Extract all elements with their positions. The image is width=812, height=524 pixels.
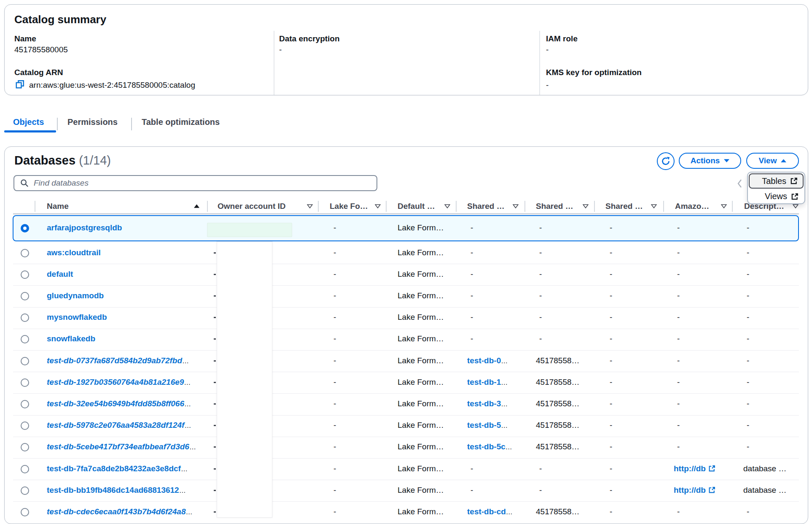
cell-dflt-value: Lake Form…	[398, 291, 444, 300]
view-menu-item-views[interactable]: Views	[749, 189, 804, 203]
row-separator	[13, 264, 799, 264]
empty-cell-dash: -	[333, 291, 336, 300]
empty-cell-dash: -	[610, 248, 612, 257]
row-radio-unselected[interactable]	[21, 378, 29, 387]
shared-database-link[interactable]: test-db-cd	[467, 507, 506, 516]
empty-cell-dash: -	[333, 356, 336, 365]
database-row: test-db-7fa7ca8de2b84232ae3e8dcf…	[47, 464, 188, 473]
data-encryption-value: -	[279, 45, 282, 54]
empty-cell-dash: -	[333, 378, 336, 387]
copy-icon[interactable]	[15, 80, 24, 89]
tab-table-optimizations[interactable]: Table optimizations	[142, 117, 220, 127]
owner-id-partially-hidden-text	[214, 382, 216, 383]
owner-id-partially-hidden-text	[214, 295, 216, 297]
database-name-link[interactable]: test-db-0737fa687d584b2d9ab72fbd	[47, 356, 182, 365]
empty-cell-dash: -	[333, 464, 336, 473]
cell-s1: test-db-0…	[467, 356, 508, 365]
database-name-link[interactable]: snowflakedb	[47, 334, 95, 343]
row-radio-unselected[interactable]	[21, 313, 29, 322]
row-radio-unselected[interactable]	[21, 357, 29, 365]
owner-id-redaction-highlight	[207, 223, 292, 237]
row-radio-unselected[interactable]	[21, 508, 29, 516]
cell-s2-value: 45178558…	[536, 421, 580, 430]
empty-cell-dash: -	[471, 464, 473, 473]
row-radio-selected[interactable]	[21, 224, 29, 232]
owner-id-partially-hidden-text	[214, 317, 216, 318]
tab-objects[interactable]: Objects	[13, 117, 44, 127]
owner-id-partially-hidden-text	[214, 252, 216, 254]
tab-divider	[131, 118, 132, 130]
cell-dflt-value: Lake Form…	[398, 270, 444, 279]
empty-cell-dash: -	[539, 291, 542, 300]
database-name-link[interactable]: test-db-5cebe417bf734eafbbeaf7d3d6	[47, 442, 189, 451]
database-name-link[interactable]: mysnowflakedb	[47, 313, 107, 321]
view-menu-item-tables[interactable]: Tables	[749, 173, 804, 189]
database-name-link[interactable]: test-db-cdec6ecaa0f143b7b4d6f24a8	[47, 507, 186, 516]
database-name-link[interactable]: test-db-5978c2e076aa4583a28df124f	[47, 421, 184, 429]
database-name-link[interactable]: test-db-32ee54b6949b4fdd85b8ff066	[47, 399, 184, 408]
database-name-link[interactable]: gluedynamodb	[47, 291, 104, 300]
database-row: test-db-0737fa687d584b2d9ab72fbd…	[47, 356, 189, 365]
database-name-link[interactable]: aws:cloudtrail	[47, 248, 101, 257]
empty-cell-dash: -	[747, 291, 749, 300]
empty-cell-dash: -	[747, 442, 749, 451]
empty-cell-dash: -	[471, 334, 473, 343]
database-row: test-db-5978c2e076aa4583a28df124f…	[47, 421, 191, 430]
row-separator	[13, 372, 799, 372]
row-separator	[13, 350, 799, 351]
owner-id-partially-hidden-text	[214, 425, 216, 426]
database-row: aws:cloudtrail	[47, 248, 101, 257]
empty-cell-dash: -	[747, 356, 749, 365]
row-separator	[13, 437, 799, 437]
empty-cell-dash: -	[333, 313, 336, 322]
empty-cell-dash: -	[610, 356, 612, 365]
empty-cell-dash: -	[747, 421, 749, 430]
external-db-link[interactable]: http://db	[674, 464, 706, 473]
row-radio-unselected[interactable]	[21, 400, 29, 408]
shared-database-link[interactable]: test-db-0	[467, 356, 501, 365]
active-tab-underline	[4, 130, 56, 132]
row-radio-unselected[interactable]	[21, 292, 29, 300]
database-name-link[interactable]: test-db-1927b03560764a4b81a216e9	[47, 378, 184, 386]
shared-database-link[interactable]: test-db-3	[467, 399, 501, 408]
database-name-link[interactable]: test-db-bb19fb486dc14ad68813612	[47, 486, 179, 494]
external-link-icon	[791, 193, 799, 200]
empty-cell-dash: -	[539, 334, 542, 343]
empty-cell-dash: -	[471, 270, 473, 279]
empty-cell-dash: -	[677, 421, 680, 430]
empty-cell-dash: -	[610, 313, 612, 322]
empty-cell-dash: -	[539, 313, 542, 322]
row-radio-unselected[interactable]	[21, 443, 29, 451]
empty-cell-dash: -	[471, 223, 473, 232]
empty-cell-dash: -	[747, 248, 749, 257]
tab-permissions[interactable]: Permissions	[67, 117, 118, 127]
database-row: test-db-bb19fb486dc14ad68813612…	[47, 486, 186, 495]
tab-divider	[57, 118, 58, 130]
empty-cell-dash: -	[539, 464, 542, 473]
row-radio-unselected[interactable]	[21, 465, 29, 473]
summary-divider-2	[539, 31, 540, 95]
external-db-link[interactable]: http://db	[674, 486, 706, 494]
shared-database-link[interactable]: test-db-5	[467, 421, 501, 429]
database-name-link[interactable]: default	[47, 270, 73, 278]
database-row: arfarajpostgresqldb	[47, 223, 122, 232]
cell-s1: test-db-cd…	[467, 507, 513, 516]
database-row: gluedynamodb	[47, 291, 104, 300]
row-radio-unselected[interactable]	[21, 249, 29, 257]
shared-database-link[interactable]: test-db-5c	[467, 442, 505, 451]
row-radio-unselected[interactable]	[21, 335, 29, 343]
view-menu-item-label: Views	[765, 192, 787, 201]
cell-dflt-value: Lake Form…	[398, 507, 444, 516]
cell-dflt-value: Lake Form…	[398, 313, 444, 322]
row-radio-unselected[interactable]	[21, 486, 29, 495]
empty-cell-dash: -	[610, 486, 612, 495]
database-name-link[interactable]: arfarajpostgresqldb	[47, 223, 122, 232]
empty-cell-dash: -	[610, 421, 612, 430]
shared-database-link[interactable]: test-db-1	[467, 378, 501, 386]
kms-key-value: -	[546, 81, 549, 90]
database-name-link[interactable]: test-db-7fa7ca8de2b84232ae3e8dcf	[47, 464, 181, 473]
row-radio-unselected[interactable]	[21, 270, 29, 279]
empty-cell-dash: -	[333, 223, 336, 232]
summary-divider-1	[274, 31, 274, 95]
row-radio-unselected[interactable]	[21, 421, 29, 430]
